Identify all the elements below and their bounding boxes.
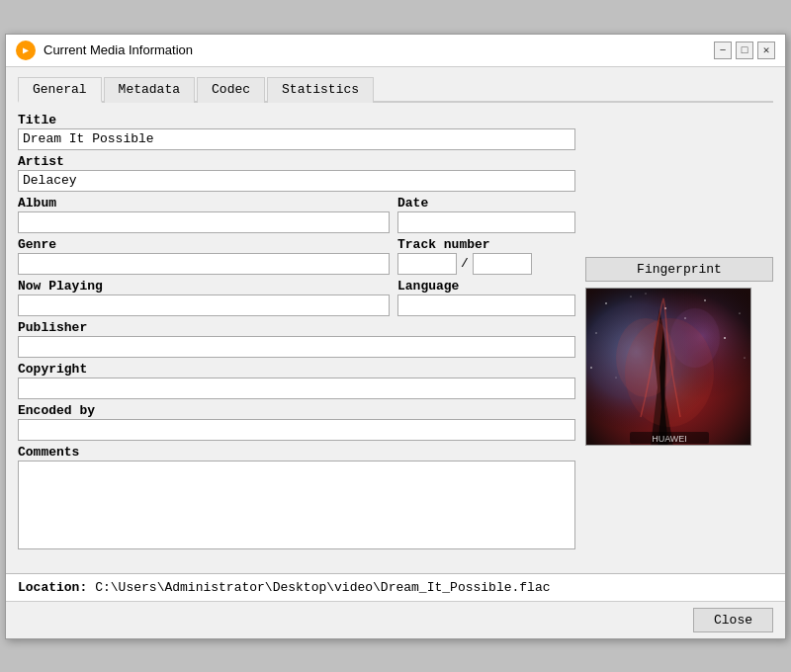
copyright-field-group: Copyright bbox=[18, 362, 575, 399]
svg-text:HUAWEI: HUAWEI bbox=[652, 434, 687, 444]
artist-input[interactable] bbox=[18, 170, 575, 192]
tab-bar: General Metadata Codec Statistics bbox=[18, 75, 773, 103]
track-separator: / bbox=[461, 256, 469, 271]
svg-point-9 bbox=[595, 332, 596, 333]
svg-point-13 bbox=[616, 377, 617, 378]
maximize-button[interactable]: □ bbox=[736, 42, 753, 59]
publisher-label: Publisher bbox=[18, 320, 575, 335]
svg-point-10 bbox=[724, 337, 726, 339]
album-art-image: HUAWEI bbox=[586, 289, 751, 446]
date-field-group: Date bbox=[397, 196, 575, 233]
genre-track-row: Genre Track number / bbox=[18, 237, 575, 279]
location-path: C:\Users\Administrator\Desktop\video\Dre… bbox=[95, 580, 773, 595]
svg-point-15 bbox=[646, 293, 647, 294]
tab-codec[interactable]: Codec bbox=[197, 77, 265, 103]
tab-general[interactable]: General bbox=[18, 77, 102, 103]
svg-point-11 bbox=[744, 357, 745, 358]
titlebar-controls: − □ ✕ bbox=[714, 42, 775, 59]
nowplaying-language-row: Now Playing Language bbox=[18, 279, 575, 320]
now-playing-input[interactable] bbox=[18, 294, 390, 316]
svg-point-8 bbox=[739, 312, 740, 313]
location-bar: Location: C:\Users\Administrator\Desktop… bbox=[6, 573, 785, 601]
left-column: Title Artist Album Date bbox=[18, 113, 575, 557]
track-number-field-group: Track number / bbox=[397, 237, 575, 275]
track-number-label: Track number bbox=[397, 237, 575, 252]
copyright-input[interactable] bbox=[18, 378, 575, 399]
track-number-row: / bbox=[397, 253, 575, 275]
svg-point-18 bbox=[670, 308, 720, 368]
vlc-icon: ▶ bbox=[16, 41, 36, 60]
album-art: HUAWEI bbox=[585, 288, 751, 446]
bottom-bar: Close bbox=[6, 601, 785, 638]
publisher-input[interactable] bbox=[18, 336, 575, 358]
album-date-row: Album Date bbox=[18, 196, 575, 237]
genre-input[interactable] bbox=[18, 253, 390, 275]
svg-point-4 bbox=[605, 302, 607, 304]
now-playing-field-group: Now Playing bbox=[18, 279, 390, 316]
language-input[interactable] bbox=[397, 294, 575, 316]
fingerprint-section: Fingerprint bbox=[585, 253, 773, 282]
location-label: Location: bbox=[18, 580, 87, 595]
language-label: Language bbox=[397, 279, 575, 294]
dialog-content: General Metadata Codec Statistics Title … bbox=[6, 67, 785, 565]
track-number-input[interactable] bbox=[397, 253, 457, 275]
language-field-group: Language bbox=[397, 279, 575, 316]
close-button[interactable]: Close bbox=[693, 608, 773, 632]
svg-point-7 bbox=[704, 299, 706, 301]
svg-point-12 bbox=[590, 367, 592, 369]
title-field-group: Title bbox=[18, 113, 575, 150]
tab-content-general: Title Artist Album Date bbox=[18, 113, 773, 557]
encoded-by-label: Encoded by bbox=[18, 403, 575, 418]
window-close-button[interactable]: ✕ bbox=[757, 42, 775, 59]
tab-metadata[interactable]: Metadata bbox=[104, 77, 195, 103]
artist-label: Artist bbox=[18, 154, 575, 169]
title-input[interactable] bbox=[18, 128, 575, 150]
publisher-field-group: Publisher bbox=[18, 320, 575, 358]
minimize-button[interactable]: − bbox=[714, 42, 732, 59]
album-label: Album bbox=[18, 196, 390, 210]
titlebar: ▶ Current Media Information − □ ✕ bbox=[6, 35, 785, 67]
window-title: Current Media Information bbox=[44, 42, 193, 57]
svg-point-5 bbox=[630, 295, 631, 296]
track-total-input[interactable] bbox=[473, 253, 532, 275]
album-field-group: Album bbox=[18, 196, 390, 233]
comments-input[interactable] bbox=[18, 461, 575, 549]
fingerprint-button[interactable]: Fingerprint bbox=[585, 257, 773, 282]
comments-label: Comments bbox=[18, 445, 575, 460]
main-window: ▶ Current Media Information − □ ✕ Genera… bbox=[5, 34, 786, 639]
album-input[interactable] bbox=[18, 211, 390, 233]
tab-statistics[interactable]: Statistics bbox=[267, 77, 374, 103]
encoded-by-field-group: Encoded by bbox=[18, 403, 575, 441]
encoded-by-input[interactable] bbox=[18, 419, 575, 441]
date-input[interactable] bbox=[397, 211, 575, 233]
artist-field-group: Artist bbox=[18, 154, 575, 192]
date-label: Date bbox=[397, 196, 575, 210]
comments-field-group: Comments bbox=[18, 445, 575, 553]
genre-field-group: Genre bbox=[18, 237, 390, 275]
right-column: Fingerprint bbox=[585, 113, 773, 557]
titlebar-left: ▶ Current Media Information bbox=[16, 41, 193, 60]
now-playing-label: Now Playing bbox=[18, 279, 390, 294]
title-label: Title bbox=[18, 113, 575, 127]
copyright-label: Copyright bbox=[18, 362, 575, 377]
genre-label: Genre bbox=[18, 237, 390, 252]
